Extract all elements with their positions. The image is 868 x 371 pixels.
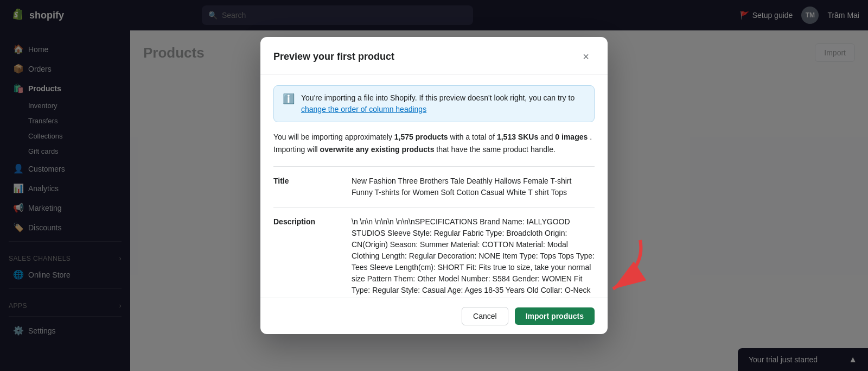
images-count: 0 images <box>555 133 588 141</box>
products-count: 1,575 products <box>394 133 448 141</box>
modal-body: ℹ️ You're importing a file into Shopify.… <box>260 74 608 297</box>
modal-overlay: Preview your first product × ℹ️ You're i… <box>0 0 868 371</box>
sku-prefix: with a total of <box>450 133 497 141</box>
modal-close-button[interactable]: × <box>577 48 595 65</box>
title-value: New Fashion Three Brothers Tale Deathly … <box>352 175 595 198</box>
summary-end: that have the same product handle. <box>436 145 555 154</box>
field-row-description: Description \n \n\n \n\n\n \n\n\nSPECIFI… <box>273 207 595 298</box>
info-text-before: You're importing a file into Shopify. If… <box>301 93 575 102</box>
description-label: Description <box>273 216 339 296</box>
preview-modal: Preview your first product × ℹ️ You're i… <box>260 37 608 334</box>
info-text: You're importing a file into Shopify. If… <box>301 92 585 115</box>
overwrite-text: overwrite any existing products <box>320 145 435 154</box>
description-value: \n \n\n \n\n\n \n\n\nSPECIFICATIONS Bran… <box>352 216 595 296</box>
summary-text: You will be importing approximately <box>273 133 394 141</box>
info-box: ℹ️ You're importing a file into Shopify.… <box>273 85 595 122</box>
modal-title: Preview your first product <box>273 51 394 62</box>
field-row-title: Title New Fashion Three Brothers Tale De… <box>273 166 595 207</box>
modal-footer: Cancel Import products <box>260 298 608 334</box>
column-headings-link[interactable]: change the order of column headings <box>301 105 426 114</box>
and-text: and <box>540 133 555 141</box>
modal-header: Preview your first product × <box>260 37 608 74</box>
sku-count: 1,513 SKUs <box>497 133 538 141</box>
cancel-button[interactable]: Cancel <box>462 307 508 325</box>
info-icon: ℹ️ <box>283 93 295 105</box>
import-summary: You will be importing approximately 1,57… <box>273 131 595 155</box>
title-label: Title <box>273 175 339 198</box>
import-products-button[interactable]: Import products <box>515 307 595 325</box>
